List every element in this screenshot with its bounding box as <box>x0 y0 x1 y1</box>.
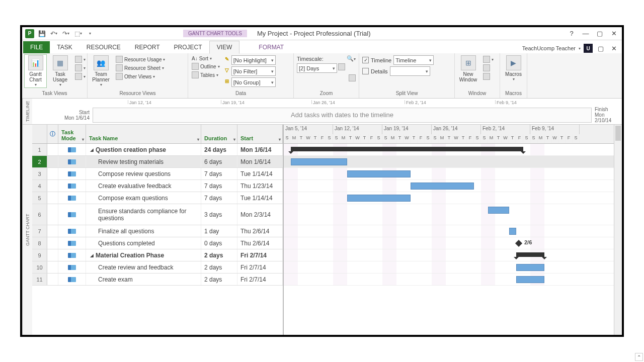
filter-combo[interactable]: [No Filter] <box>231 66 276 76</box>
file-tab[interactable]: FILE <box>23 41 50 53</box>
row-number[interactable]: 5 <box>32 192 47 204</box>
gantt-bar[interactable] <box>509 228 516 235</box>
gantt-bar[interactable] <box>291 147 523 151</box>
user-avatar[interactable]: U <box>584 44 593 53</box>
outline-button[interactable]: Outline ▾ <box>190 62 221 70</box>
table-row[interactable]: 7Finalize all questions1 dayThu 2/6/14 <box>32 225 283 237</box>
gantt-bar[interactable] <box>488 207 509 214</box>
gantt-bar[interactable] <box>516 252 544 257</box>
doc-close-button[interactable]: ✕ <box>609 43 619 53</box>
other-task-views-icon[interactable]: ▾ <box>73 72 87 80</box>
table-row[interactable]: 6Ensure standards compliance for questio… <box>32 204 283 225</box>
tab-resource[interactable]: RESOURCE <box>79 41 128 53</box>
task-start: Fri 2/7/14 <box>237 249 283 261</box>
highlight-combo[interactable]: [No Highlight] <box>231 55 276 65</box>
team-planner-button[interactable]: 👥Team Planner▾ <box>90 54 112 88</box>
col-duration[interactable]: Duration▾ <box>201 125 237 143</box>
table-row[interactable]: 3Compose review questions7 daysTue 1/14/… <box>32 168 283 180</box>
switch-windows-icon[interactable]: ▾ <box>481 55 495 63</box>
gantt-bar[interactable] <box>347 170 411 177</box>
task-duration: 1 day <box>201 225 237 237</box>
collapse-ribbon-button[interactable]: ⌃ <box>635 353 643 361</box>
hide-window-icon[interactable] <box>481 72 495 80</box>
row-number[interactable]: 8 <box>32 237 47 249</box>
tab-report[interactable]: REPORT <box>128 41 167 53</box>
table-row[interactable]: 11Create exam2 daysFri 2/7/14 <box>32 274 283 286</box>
table-row[interactable]: 1◢Question creation phase24 daysMon 1/6/… <box>32 144 283 156</box>
table-row[interactable]: 8Questions completed0 daysThu 2/6/14 <box>32 237 283 249</box>
sort-button[interactable]: A↓ Sort ▾ <box>190 55 221 62</box>
group-combo[interactable]: [No Group] <box>231 77 276 87</box>
macros-button[interactable]: ▶Macros▾ <box>502 54 525 82</box>
table-row[interactable]: 5Compose exam questions7 daysTue 1/14/14 <box>32 192 283 204</box>
gantt-bar[interactable] <box>516 264 544 271</box>
calendar-view-icon[interactable]: ▾ <box>73 64 87 72</box>
gantt-bar[interactable] <box>291 158 347 165</box>
row-number[interactable]: 10 <box>32 261 47 273</box>
row-number[interactable]: 6 <box>32 204 47 225</box>
tab-view[interactable]: VIEW <box>209 41 240 54</box>
restore-button[interactable]: ▢ <box>595 29 605 39</box>
timescale-combo[interactable]: [2] Days <box>297 63 337 73</box>
table-row[interactable]: 9◢Material Creation Phase2 daysFri 2/7/1… <box>32 249 283 261</box>
network-diagram-icon[interactable]: ▾ <box>73 55 87 63</box>
timeline-bar[interactable]: Add tasks with dates to the timeline <box>93 108 592 123</box>
zoom-slider-icon[interactable]: 🔍▾ <box>347 55 356 62</box>
gantt-bar[interactable] <box>411 183 474 190</box>
task-name: Material Creation Phase <box>96 252 164 259</box>
timeline-pane: TIMELINE Jan 12, '14 Jan 19, '14 Jan 26,… <box>22 99 622 125</box>
arrange-all-icon[interactable] <box>481 64 495 72</box>
touch-mode-icon[interactable]: ⬚▾ <box>73 29 83 38</box>
close-button[interactable]: ✕ <box>609 29 619 39</box>
row-number[interactable]: 2 <box>32 156 47 167</box>
vertical-scrollbar[interactable] <box>614 125 622 335</box>
resource-usage-button[interactable]: Resource Usage ▾ <box>114 55 167 63</box>
col-start[interactable]: Start▾ <box>237 125 283 143</box>
other-views-button[interactable]: Other Views ▾ <box>114 72 167 80</box>
row-number[interactable]: 11 <box>32 274 47 285</box>
tab-format[interactable]: FORMAT <box>252 41 291 53</box>
zoom-entire-icon[interactable] <box>338 63 345 70</box>
milestone-icon <box>515 240 522 247</box>
timeline-checkbox[interactable]: ✓ <box>362 57 369 63</box>
task-name: Questions completed <box>98 240 155 247</box>
redo-icon[interactable]: ↷▾ <box>61 29 70 38</box>
tables-button[interactable]: Tables ▾ <box>190 71 221 79</box>
doc-restore-button[interactable]: ▢ <box>596 43 606 53</box>
minimize-button[interactable]: — <box>581 29 591 39</box>
group-window: Window <box>457 89 498 97</box>
row-number[interactable]: 4 <box>32 180 47 192</box>
details-checkbox[interactable] <box>362 68 369 74</box>
col-mode[interactable]: Task Mode▾ <box>58 125 86 143</box>
save-icon[interactable]: 💾 <box>37 29 46 38</box>
task-duration: 7 days <box>201 192 237 204</box>
gantt-chart-button[interactable]: 📊Gantt Chart▾ <box>24 54 47 88</box>
timeline-start-label: Start <box>32 110 90 115</box>
tab-task[interactable]: TASK <box>50 41 79 53</box>
timeline-view-combo[interactable]: Timeline <box>393 55 434 65</box>
group-icon: ⊞ <box>223 77 230 84</box>
help-icon[interactable]: ? <box>567 29 577 39</box>
task-usage-button[interactable]: ▦Task Usage▾ <box>49 54 71 88</box>
tab-project[interactable]: PROJECT <box>167 41 209 53</box>
zoom-selected-icon[interactable] <box>349 74 356 81</box>
user-name[interactable]: TeachUcomp Teacher <box>522 45 576 51</box>
table-row[interactable]: 2Review testing materials6 daysMon 1/6/1… <box>32 156 283 168</box>
new-window-button[interactable]: ⊞New Window <box>457 54 479 83</box>
row-number[interactable]: 7 <box>32 225 47 237</box>
row-number[interactable]: 9 <box>32 249 47 261</box>
gantt-bar[interactable] <box>347 195 411 202</box>
milestone-label: 2/6 <box>524 239 532 245</box>
task-duration: 24 days <box>201 144 237 155</box>
task-name: Review testing materials <box>98 158 164 165</box>
undo-icon[interactable]: ↶▾ <box>49 29 58 38</box>
col-name[interactable]: Task Name▾ <box>86 125 201 143</box>
customize-qat-icon[interactable]: ▾ <box>86 29 95 38</box>
table-row[interactable]: 10Create review and feedback2 daysFri 2/… <box>32 261 283 274</box>
row-number[interactable]: 1 <box>32 144 47 155</box>
col-info[interactable]: ⓘ <box>47 125 58 143</box>
table-row[interactable]: 4Create evaluative feedback7 daysThu 1/2… <box>32 180 283 192</box>
gantt-bar[interactable] <box>516 276 544 283</box>
resource-sheet-button[interactable]: Resource Sheet ▾ <box>114 64 167 72</box>
row-number[interactable]: 3 <box>32 168 47 179</box>
